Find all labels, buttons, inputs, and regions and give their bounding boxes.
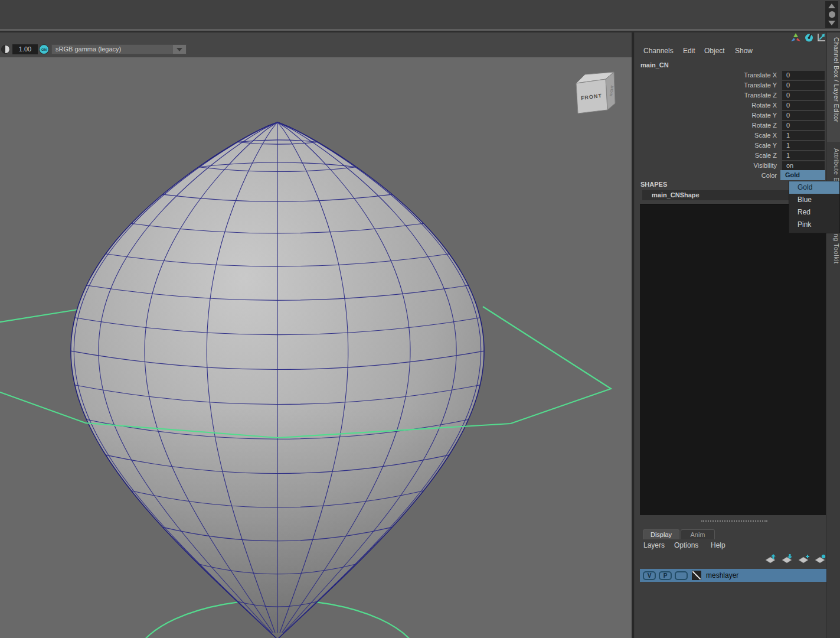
attr-field-scale-y[interactable]: 1	[782, 141, 825, 150]
layer-name: meshlayer	[706, 571, 738, 580]
speed-gauge-icon[interactable]	[805, 33, 813, 42]
tab-anim[interactable]: Anim	[681, 529, 715, 539]
attr-label-rotate-y: Rotate Y	[635, 110, 777, 121]
layer-row-meshlayer[interactable]: V P meshlayer	[640, 569, 826, 582]
panel-scroll-widget[interactable]	[825, 1, 838, 28]
layer-display-mode-toggle[interactable]	[675, 571, 688, 580]
tab-display[interactable]: Display	[643, 529, 679, 539]
attr-label-translate-y: Translate Y	[635, 80, 777, 90]
menu-help[interactable]: Help	[711, 541, 725, 549]
menu-channels[interactable]: Channels	[643, 47, 674, 55]
chevron-down-icon	[177, 48, 182, 51]
layer-new-from-selected-icon[interactable]	[815, 554, 826, 564]
colorspace-dropdown[interactable]: sRGB gamma (legacy)	[51, 44, 187, 54]
top-toolbar	[0, 0, 840, 29]
attr-label-rotate-x: Rotate X	[635, 100, 777, 110]
menu-object[interactable]: Object	[704, 47, 725, 55]
panel-drag-handle[interactable]	[701, 520, 767, 522]
tab-channel-box-layer-editor[interactable]: Channel Box / Layer Editor	[827, 32, 840, 142]
attr-field-rotate-z[interactable]: 0	[782, 121, 825, 130]
viewport-scene[interactable]	[0, 57, 632, 638]
exposure-value-field[interactable]: 1.00	[12, 44, 38, 54]
layer-icon-bar	[764, 554, 826, 565]
layer-color-swatch[interactable]	[692, 571, 701, 580]
attr-label-scale-y: Scale Y	[635, 141, 777, 151]
channel-box-icon-bar	[791, 33, 826, 43]
dropdown-option-blue[interactable]: Blue	[789, 194, 839, 206]
3d-viewport[interactable]: 1.00 ON sRGB gamma (legacy) FRONT RIGHT	[0, 32, 632, 638]
attr-label-rotate-z: Rotate Z	[635, 121, 777, 131]
dropdown-option-red[interactable]: Red	[789, 206, 839, 219]
menu-edit[interactable]: Edit	[683, 47, 695, 55]
attr-field-translate-z[interactable]: 0	[782, 91, 825, 100]
attr-label-color: Color	[635, 171, 777, 181]
exposure-icon[interactable]	[1, 45, 10, 54]
colorspace-on-toggle[interactable]: ON	[39, 44, 49, 54]
view-cube[interactable]: FRONT RIGHT	[567, 68, 623, 124]
attr-field-rotate-y[interactable]: 0	[782, 111, 825, 120]
scroll-up-icon[interactable]	[828, 4, 835, 8]
scroll-dot-icon[interactable]	[829, 11, 835, 18]
channel-box-empty-area	[640, 204, 826, 515]
layer-move-up-icon[interactable]	[765, 554, 777, 564]
colorspace-value: sRGB gamma (legacy)	[55, 45, 121, 53]
attr-field-visibility[interactable]: on	[782, 161, 825, 170]
attr-field-color[interactable]: Gold	[780, 170, 825, 180]
attr-field-translate-y[interactable]: 0	[782, 81, 825, 90]
attr-label-visibility: Visibility	[635, 161, 777, 171]
manipulator-icon[interactable]	[791, 33, 800, 42]
attr-field-scale-x[interactable]: 1	[782, 131, 825, 140]
attr-field-translate-x[interactable]: 0	[782, 71, 825, 80]
dropdown-option-gold[interactable]: Gold	[789, 181, 839, 194]
layer-new-empty-icon[interactable]	[798, 554, 810, 564]
node-name[interactable]: main_CN	[640, 61, 669, 69]
layer-visible-toggle[interactable]: V	[643, 571, 656, 580]
menu-show[interactable]: Show	[735, 47, 753, 55]
scroll-down-icon[interactable]	[828, 21, 835, 25]
shapes-header: SHAPES	[640, 181, 667, 188]
dropdown-option-pink[interactable]: Pink	[789, 219, 839, 231]
dropdown-arrow-box[interactable]	[173, 45, 186, 54]
graph-icon[interactable]	[818, 33, 826, 42]
menu-layers[interactable]: Layers	[643, 541, 665, 549]
color-dropdown-list: Gold Blue Red Pink	[789, 181, 840, 233]
attr-field-scale-z[interactable]: 1	[782, 151, 825, 160]
layer-move-down-icon[interactable]	[782, 554, 793, 564]
attr-label-translate-x: Translate X	[635, 70, 777, 80]
menu-options[interactable]: Options	[674, 541, 698, 549]
attr-label-translate-z: Translate Z	[635, 90, 777, 100]
attr-field-rotate-x[interactable]: 0	[782, 101, 825, 110]
attr-label-scale-z: Scale Z	[635, 151, 777, 161]
viewport-toolbar: 1.00 ON sRGB gamma (legacy)	[0, 32, 632, 57]
attr-label-scale-x: Scale X	[635, 131, 777, 141]
layer-playback-toggle[interactable]: P	[659, 571, 672, 580]
